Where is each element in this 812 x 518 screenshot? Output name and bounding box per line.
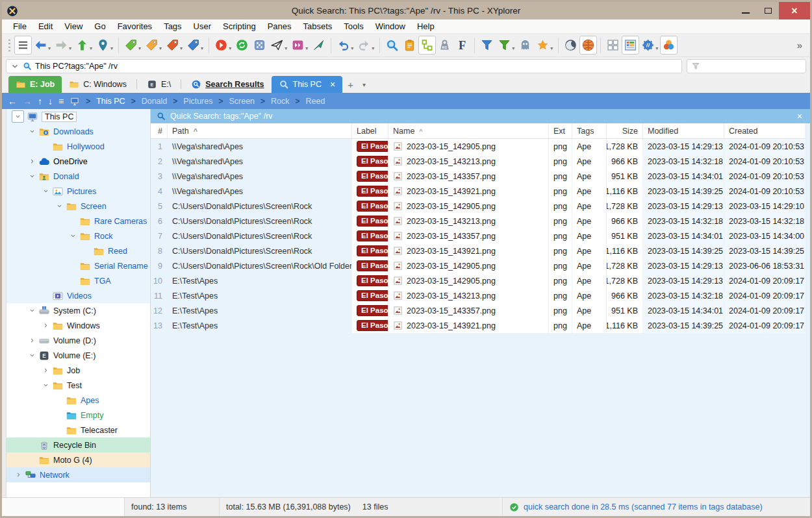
chev-down-icon[interactable] bbox=[29, 128, 36, 135]
tab-this-pc[interactable]: This PC× bbox=[272, 76, 343, 93]
file-row[interactable]: 5C:\Users\Donald\Pictures\Screen\RockEl … bbox=[151, 199, 806, 214]
tree-item-reed[interactable]: Reed bbox=[6, 243, 150, 258]
dice-button[interactable] bbox=[251, 36, 268, 55]
gridview-button[interactable] bbox=[622, 36, 639, 55]
menu-file[interactable]: File bbox=[7, 21, 32, 31]
tree-item-onedrive[interactable]: OneDrive bbox=[6, 154, 150, 169]
back-button[interactable]: ▾ bbox=[32, 36, 53, 55]
menu-panes[interactable]: Panes bbox=[262, 21, 298, 31]
tab-e-job[interactable]: E: Job bbox=[8, 76, 62, 93]
breadcrumb-menu-icon[interactable]: ≡ bbox=[58, 96, 64, 106]
chevron-down-icon[interactable] bbox=[39, 188, 52, 195]
chev-right-icon[interactable] bbox=[15, 471, 22, 478]
menu-window[interactable]: Window bbox=[370, 21, 411, 31]
tree-item-hollywood[interactable]: Hollywood bbox=[6, 139, 150, 154]
dropdown-arrow-icon[interactable]: ▾ bbox=[655, 45, 658, 54]
tree-item-pictures[interactable]: Pictures bbox=[6, 184, 150, 199]
chevron-down-icon[interactable] bbox=[66, 232, 79, 240]
fontF-button[interactable]: F bbox=[453, 36, 471, 55]
file-row[interactable]: 3\\Vega\shared\ApesEl Paso2023-03-15_143… bbox=[151, 169, 806, 184]
chev-right-icon[interactable] bbox=[29, 337, 36, 344]
computer-icon[interactable] bbox=[70, 96, 80, 106]
chevron-right-icon[interactable] bbox=[25, 337, 38, 344]
cell-name[interactable]: 2023-03-15_143921.png bbox=[388, 318, 549, 333]
menu-help[interactable]: Help bbox=[411, 21, 440, 31]
crumb-rock[interactable]: Rock bbox=[271, 97, 289, 106]
column-header-label[interactable]: Label bbox=[352, 123, 388, 138]
chevron-down-icon[interactable] bbox=[25, 307, 38, 314]
ghost-button[interactable] bbox=[516, 36, 534, 55]
file-row[interactable]: 10E:\Test\ApesEl Paso2023-03-15_142905.p… bbox=[151, 273, 806, 288]
refresh-red-button[interactable]: ▾ bbox=[212, 36, 233, 55]
file-row[interactable]: 2\\Vega\shared\ApesEl Paso2023-03-15_143… bbox=[151, 154, 806, 169]
column-header-tags[interactable]: Tags bbox=[572, 123, 607, 138]
undo-button[interactable]: ▾ bbox=[335, 36, 355, 55]
crumb-screen[interactable]: Screen bbox=[229, 97, 255, 106]
tag-green-button[interactable]: ▾ bbox=[122, 36, 143, 55]
dropdown-arrow-icon[interactable]: ▾ bbox=[90, 45, 92, 54]
file-row[interactable]: 7C:\Users\Donald\Pictures\Screen\RockEl … bbox=[151, 228, 806, 243]
dropdown-arrow-icon[interactable]: ▾ bbox=[110, 45, 113, 54]
menu-edit[interactable]: Edit bbox=[32, 21, 58, 31]
file-row[interactable]: 8C:\Users\Donald\Pictures\Screen\RockEl … bbox=[151, 243, 806, 258]
cell-name[interactable]: 2023-03-15_142905.png bbox=[388, 199, 549, 214]
weight-button[interactable]: KG bbox=[436, 36, 453, 55]
dropdown-arrow-icon[interactable]: ▾ bbox=[138, 45, 141, 54]
tab-e[interactable]: EE:\ bbox=[140, 76, 178, 93]
tree-item-tga[interactable]: TGA bbox=[6, 273, 150, 288]
funnel-green-button[interactable]: ▾ bbox=[496, 36, 516, 55]
quick-search-close-icon[interactable]: × bbox=[797, 111, 804, 121]
ffwd-button[interactable]: ▾ bbox=[289, 36, 310, 55]
new-tab-button[interactable]: + bbox=[342, 79, 359, 93]
tree-item-telecaster[interactable]: Telecaster bbox=[6, 423, 150, 438]
tree-item-empty[interactable]: Empty bbox=[6, 408, 150, 423]
chevron-down-icon[interactable] bbox=[25, 173, 38, 180]
menu-tabsets[interactable]: Tabsets bbox=[298, 21, 338, 31]
dropdown-arrow-icon[interactable]: ▾ bbox=[351, 45, 353, 54]
tree-item-downloads[interactable]: Downloads bbox=[6, 124, 150, 139]
tree-item-serial-rename[interactable]: Serial Rename bbox=[6, 258, 150, 273]
tree-combo-button[interactable] bbox=[12, 110, 24, 123]
column-header-num[interactable]: # bbox=[151, 123, 168, 138]
dropdown-arrow-icon[interactable]: ▾ bbox=[201, 45, 203, 54]
tag-red-button[interactable]: ▾ bbox=[164, 36, 184, 55]
column-header-modified[interactable]: Modified bbox=[643, 123, 724, 138]
breadcrumb-back-icon[interactable]: ← bbox=[8, 96, 17, 106]
cell-name[interactable]: 2023-03-15_143357.png bbox=[388, 169, 549, 184]
column-header-size[interactable]: Size bbox=[607, 123, 643, 138]
dropdown-arrow-icon[interactable]: ▾ bbox=[285, 45, 287, 54]
tree-item-windows[interactable]: Windows bbox=[6, 318, 150, 333]
tree-item-apes[interactable]: Apes bbox=[6, 393, 150, 408]
column-header-name[interactable]: Name^ bbox=[388, 123, 549, 138]
cell-name[interactable]: 2023-03-15_143357.png bbox=[388, 228, 549, 243]
chev-down-icon[interactable] bbox=[29, 173, 36, 180]
cell-name[interactable]: 2023-03-15_143921.png bbox=[388, 184, 549, 199]
chev-right-icon[interactable] bbox=[42, 367, 49, 374]
close-button[interactable]: × bbox=[779, 2, 810, 19]
tree-item-recycle-bin[interactable]: Recycle Bin bbox=[6, 438, 150, 452]
menu-go[interactable]: Go bbox=[88, 21, 111, 31]
chev-down-icon[interactable] bbox=[29, 307, 36, 314]
tree-item-network[interactable]: Network bbox=[6, 467, 150, 482]
tree-item-job[interactable]: Job bbox=[6, 363, 150, 378]
dropdown-arrow-icon[interactable]: ▾ bbox=[550, 45, 553, 54]
menu-favorites[interactable]: Favorites bbox=[112, 21, 158, 31]
address-input[interactable] bbox=[35, 62, 678, 71]
cell-name[interactable]: 2023-03-15_143921.png bbox=[388, 243, 549, 258]
chev-down-icon[interactable] bbox=[29, 352, 36, 359]
tree-item-screen[interactable]: Screen bbox=[6, 199, 150, 214]
breadcrumb-down-icon[interactable]: ↓ bbox=[48, 96, 53, 106]
file-row[interactable]: 13E:\Test\ApesEl Paso2023-03-15_143921.p… bbox=[151, 318, 806, 333]
dropdown-arrow-icon[interactable]: ▾ bbox=[159, 45, 162, 54]
maximize-button[interactable] bbox=[757, 2, 779, 19]
chevron-right-icon[interactable] bbox=[39, 367, 52, 374]
tree-item-system-c[interactable]: System (C:) bbox=[6, 303, 150, 318]
up-button[interactable]: ▾ bbox=[73, 36, 94, 55]
column-header-created[interactable]: Created bbox=[724, 123, 806, 138]
breadcrumb-forward-icon[interactable]: → bbox=[23, 96, 32, 106]
sync-green-button[interactable] bbox=[233, 36, 251, 55]
crumb-this-pc[interactable]: This PC bbox=[96, 97, 125, 106]
tree-item-rock[interactable]: Rock bbox=[6, 228, 150, 243]
chevron-down-icon[interactable] bbox=[25, 128, 38, 135]
cell-name[interactable]: 2023-03-15_143213.png bbox=[388, 154, 549, 169]
